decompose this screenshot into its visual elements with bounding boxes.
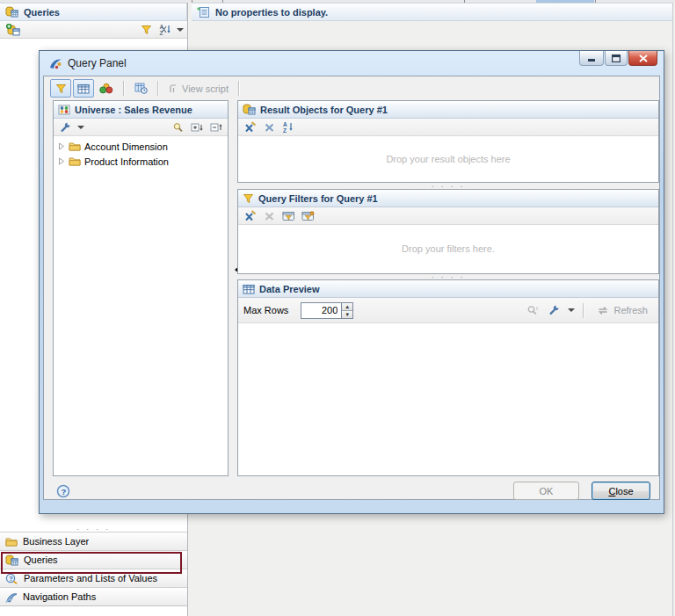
close-window-button[interactable]: [628, 51, 657, 66]
no-properties-message: No properties to display.: [215, 7, 328, 18]
max-rows-input[interactable]: [301, 302, 341, 319]
universe-title: Universe : Sales Revenue: [75, 105, 192, 115]
preview-settings-button[interactable]: [545, 303, 562, 318]
minimize-button[interactable]: [579, 51, 604, 66]
universe-pane: Universe : Sales Revenue: [53, 100, 229, 476]
tree-item-label: Product Information: [84, 156, 169, 167]
refresh-button[interactable]: Refresh: [592, 305, 653, 315]
close-icon: [639, 54, 648, 62]
table-icon: [243, 284, 255, 294]
data-preview-header: Data Preview: [238, 280, 658, 298]
search-button[interactable]: [169, 120, 186, 134]
preview-settings-caret[interactable]: [568, 308, 575, 315]
query-properties-button[interactable]: [130, 79, 151, 98]
section-label: Business Layer: [23, 536, 89, 547]
query-filters-header: Query Filters for Query #1: [238, 190, 658, 207]
window-controls: [579, 51, 657, 66]
data-preview-title: Data Preview: [259, 284, 319, 294]
folder-icon: [69, 156, 81, 166]
result-objects-header: Result Objects for Query #1: [238, 101, 658, 119]
sort-objects-button[interactable]: A Z: [279, 120, 297, 134]
universe-pane-header: Universe : Sales Revenue: [54, 101, 228, 119]
universe-toolbar: [54, 119, 228, 136]
profile-values-icon: [526, 305, 539, 316]
query-icon: [243, 104, 256, 115]
az-sort-icon: A Z: [282, 121, 294, 133]
remove-all-icon: [243, 121, 257, 133]
tree-item-label: Account Dimension: [84, 141, 168, 152]
universe-icon: [58, 105, 70, 115]
expand-all-button[interactable]: [188, 120, 206, 134]
universe-tree: Account Dimension Product Information: [54, 136, 228, 169]
table-clock-icon: [134, 83, 148, 94]
dialog-titlebar[interactable]: Query Panel: [40, 51, 664, 76]
tree-item-product-information[interactable]: Product Information: [54, 154, 228, 169]
tree-item-account-dimension[interactable]: Account Dimension: [54, 139, 228, 154]
result-objects-panel: Result Objects for Query #1: [237, 100, 659, 183]
collapse-all-button[interactable]: [207, 120, 225, 134]
insert-filter-button[interactable]: [279, 208, 297, 223]
queries-toolbar: A Z: [0, 21, 187, 39]
profile-values-button[interactable]: [524, 303, 541, 318]
refresh-icon: [597, 306, 609, 315]
maximize-button[interactable]: [605, 51, 628, 66]
dialog-toolbar: View script: [44, 76, 659, 100]
view-script-button[interactable]: View script: [164, 83, 232, 94]
query-definition-column: Result Objects for Query #1: [237, 100, 659, 476]
spin-up-button[interactable]: ▲: [342, 303, 352, 310]
section-navigation-paths[interactable]: Navigation Paths: [0, 587, 187, 606]
remove-all-objects-button[interactable]: [241, 120, 258, 134]
properties-icon: [197, 6, 210, 18]
svg-text:Z: Z: [160, 30, 163, 36]
spin-down-button[interactable]: ▼: [342, 310, 352, 318]
filter-icon: [141, 25, 152, 35]
toggle-filter-pane-button[interactable]: [50, 79, 71, 98]
sort-button[interactable]: A Z: [156, 22, 175, 38]
filter-button[interactable]: [136, 22, 156, 38]
universe-settings-button[interactable]: [56, 120, 74, 134]
max-rows-spinner: ▲ ▼: [301, 302, 353, 319]
sort-icon: A Z: [159, 24, 171, 35]
vertical-splitter[interactable]: [229, 100, 237, 476]
query-filters-toolbar: [238, 207, 658, 225]
remove-object-button[interactable]: [260, 120, 278, 134]
filter-window-add-icon: [301, 211, 315, 221]
remove-all-filters-button[interactable]: [241, 208, 258, 223]
toggle-data-preview-button[interactable]: [73, 79, 94, 98]
view-script-icon: [168, 83, 178, 93]
sort-dropdown-caret[interactable]: [177, 28, 184, 35]
help-button[interactable]: ?: [56, 484, 70, 498]
remove-filter-button[interactable]: [260, 208, 278, 223]
result-objects-drop-zone[interactable]: Drop your result objects here: [239, 136, 657, 181]
remove-icon-disabled: [264, 211, 275, 221]
wrench-icon: [548, 305, 560, 315]
horizontal-splitter[interactable]: ∙ ∙ ∙ ∙: [237, 273, 659, 279]
insert-query-button[interactable]: [4, 22, 23, 38]
toolbar-separator: [157, 81, 158, 96]
parameter-icon: ?: [5, 573, 18, 584]
collapse-all-icon: [210, 122, 223, 133]
close-button[interactable]: Close: [592, 482, 650, 500]
insert-combined-filter-button[interactable]: [299, 208, 316, 223]
universe-settings-caret[interactable]: [77, 126, 84, 133]
dialog-title: Query Panel: [68, 57, 127, 69]
remove-all-icon: [243, 210, 257, 221]
queries-panel-header: Queries: [0, 3, 187, 21]
show-objects-button[interactable]: [96, 79, 117, 98]
section-business-layer[interactable]: Business Layer: [0, 532, 187, 551]
chevron-right-icon[interactable]: [58, 157, 65, 165]
horizontal-splitter[interactable]: ∙ ∙ ∙ ∙: [237, 183, 659, 189]
section-label: Navigation Paths: [23, 591, 96, 602]
query-panel-app-icon: [48, 57, 62, 69]
ok-button[interactable]: OK: [513, 482, 579, 500]
folder-icon: [5, 537, 18, 547]
query-filters-drop-zone[interactable]: Drop your filters here.: [239, 225, 657, 272]
svg-text:?: ?: [61, 487, 66, 496]
toolbar-separator: [238, 81, 239, 96]
toolbar-separator: [583, 303, 584, 318]
filter-window-icon: [282, 211, 295, 221]
chevron-right-icon[interactable]: [58, 142, 65, 150]
dialog-client-area: View script Universe : Sales Revenue: [43, 76, 660, 500]
highlight-annotation: [1, 552, 182, 574]
ok-label: OK: [540, 486, 554, 496]
